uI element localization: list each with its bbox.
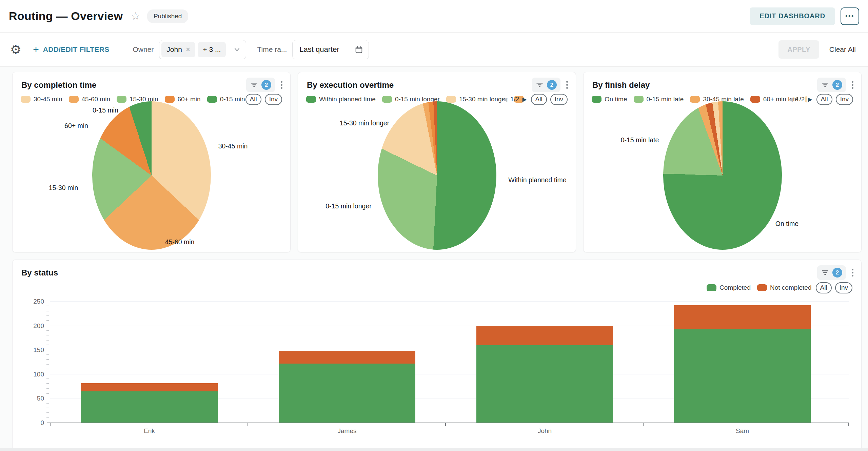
- y-axis-minor-tick: [46, 354, 49, 355]
- card-by-execution-overtime: By execution overtime 2 Within planned t…: [298, 72, 576, 252]
- funnel-icon: [821, 268, 829, 277]
- y-axis-minor-tick: [46, 412, 49, 413]
- funnel-icon: [535, 81, 544, 89]
- filter-bar: ⚙ + ADD/EDIT FILTERS Owner John × + 3 ..…: [0, 33, 868, 67]
- legend-swatch: [757, 284, 767, 291]
- y-axis-minor-tick: [46, 311, 49, 311]
- legend-item[interactable]: Completed: [707, 284, 751, 291]
- more-options-button[interactable]: •••: [841, 7, 859, 25]
- apply-button[interactable]: APPLY: [778, 40, 819, 59]
- pie-chart-area: On time0-15 min late: [584, 101, 861, 250]
- bar-chart-by-status[interactable]: 050100150200250ErikJamesJohnSam: [50, 302, 849, 423]
- y-axis-minor-tick: [46, 364, 49, 365]
- y-axis-minor-tick: [46, 403, 49, 404]
- y-axis-label: 200: [33, 322, 44, 330]
- kebab-menu-button[interactable]: [849, 266, 856, 279]
- card-header: By status 2: [13, 260, 861, 280]
- y-axis-minor-tick: [46, 335, 49, 335]
- x-axis-tick: [248, 423, 248, 426]
- pie-slice-label: 0-15 min longer: [326, 202, 372, 210]
- gear-icon[interactable]: ⚙: [10, 43, 21, 56]
- pie-slice-label: 15-30 min longer: [340, 119, 389, 127]
- legend-row: CompletedNot completed All Inv: [21, 283, 852, 293]
- card-filter-button[interactable]: 2: [532, 78, 560, 92]
- card-by-completion-time: By completion time 2 30-45 min45-60 min1…: [12, 72, 291, 252]
- kebab-menu-button[interactable]: [849, 79, 856, 91]
- pie-chart-completion-time[interactable]: [92, 101, 211, 250]
- pie-slice-label: 60+ min: [64, 122, 88, 130]
- y-axis-minor-tick: [46, 345, 49, 345]
- card-filter-button[interactable]: 2: [246, 78, 275, 92]
- pie-chart-area: Within planned time0-15 min longer15-30 …: [298, 101, 576, 250]
- owner-select[interactable]: John × + 3 ...: [159, 40, 246, 59]
- y-axis-minor-tick: [46, 315, 49, 316]
- y-axis-label: 150: [33, 346, 44, 354]
- legend-inv-button[interactable]: Inv: [835, 282, 852, 293]
- edit-dashboard-button[interactable]: EDIT DASHBOARD: [750, 7, 835, 25]
- funnel-icon: [250, 81, 258, 89]
- legend-label: Not completed: [770, 284, 812, 291]
- legend-label: Completed: [719, 284, 751, 291]
- pie-chart-execution-overtime[interactable]: [378, 101, 496, 250]
- chevron-down-icon: [233, 45, 241, 54]
- legend-swatch: [707, 284, 716, 291]
- legend-item[interactable]: Not completed: [757, 284, 812, 291]
- pie-chart-finish-delay[interactable]: [663, 101, 782, 250]
- card-title: By completion time: [21, 80, 96, 90]
- owner-chip-john[interactable]: John ×: [161, 42, 195, 57]
- divider: [121, 40, 121, 59]
- x-axis-tick: [445, 423, 446, 426]
- y-axis-minor-tick: [46, 408, 49, 408]
- bar-sam-not-completed[interactable]: [674, 305, 811, 329]
- pie-slice-label: 45-60 min: [165, 238, 195, 246]
- gridline: [50, 301, 849, 302]
- pie-chart-area: 30-45 min45-60 min15-30 min60+ min0-15 m…: [13, 101, 290, 250]
- x-axis-label: Erik: [144, 427, 155, 435]
- favorite-star-icon[interactable]: ☆: [131, 11, 140, 21]
- pie-cards-row: By completion time 2 30-45 min45-60 min1…: [12, 72, 862, 252]
- plus-icon: +: [33, 44, 39, 55]
- bar-john-completed[interactable]: [476, 345, 613, 423]
- y-axis-label: 250: [33, 298, 44, 305]
- bar-erik-completed[interactable]: [81, 391, 218, 423]
- owner-filter-label: Owner: [133, 45, 154, 54]
- owner-chip-more[interactable]: + 3 ...: [198, 42, 226, 57]
- y-axis-minor-tick: [46, 388, 49, 389]
- legend-all-button[interactable]: All: [816, 282, 832, 293]
- bar-sam-completed[interactable]: [674, 329, 811, 423]
- kebab-menu-button[interactable]: [563, 79, 571, 91]
- filter-count-badge: 2: [547, 80, 557, 90]
- x-axis-tick: [643, 423, 644, 426]
- card-title: By execution overtime: [307, 80, 394, 90]
- kebab-menu-button[interactable]: [278, 79, 285, 91]
- time-range-select[interactable]: Last quarter: [292, 40, 369, 59]
- legend-items: CompletedNot completed: [707, 284, 811, 291]
- y-axis-label: 100: [33, 371, 44, 378]
- card-filter-button[interactable]: 2: [817, 265, 846, 280]
- card-controls: 2: [246, 78, 285, 92]
- add-edit-filters-button[interactable]: + ADD/EDIT FILTERS: [33, 44, 109, 55]
- filter-count-badge: 2: [832, 268, 842, 278]
- clear-all-button[interactable]: Clear All: [829, 45, 856, 54]
- y-axis-minor-tick: [46, 369, 49, 369]
- y-axis-label: 50: [37, 395, 44, 402]
- bar-james-not-completed[interactable]: [279, 351, 415, 364]
- bar-john-not-completed[interactable]: [476, 326, 613, 345]
- ellipsis-icon: •••: [845, 13, 854, 20]
- y-axis-minor-tick: [46, 383, 49, 384]
- legend-buttons: All Inv: [816, 282, 852, 293]
- pie-slice-label: 0-15 min late: [621, 136, 659, 144]
- x-axis-tick: [848, 423, 849, 426]
- funnel-icon: [821, 81, 829, 89]
- header: Routing — Overview ☆ Published EDIT DASH…: [0, 0, 868, 33]
- card-filter-button[interactable]: 2: [817, 78, 846, 92]
- bar-james-completed[interactable]: [279, 364, 415, 423]
- bar-erik-not-completed[interactable]: [81, 383, 218, 391]
- y-axis-minor-tick: [46, 340, 49, 341]
- y-axis-minor-tick: [46, 330, 49, 331]
- y-axis-minor-tick: [46, 378, 49, 379]
- page-title: Routing — Overview: [9, 9, 123, 23]
- time-range-group: Time ra... Last quarter: [257, 40, 369, 59]
- remove-chip-icon[interactable]: ×: [186, 46, 190, 54]
- card-header: By execution overtime 2: [298, 72, 576, 92]
